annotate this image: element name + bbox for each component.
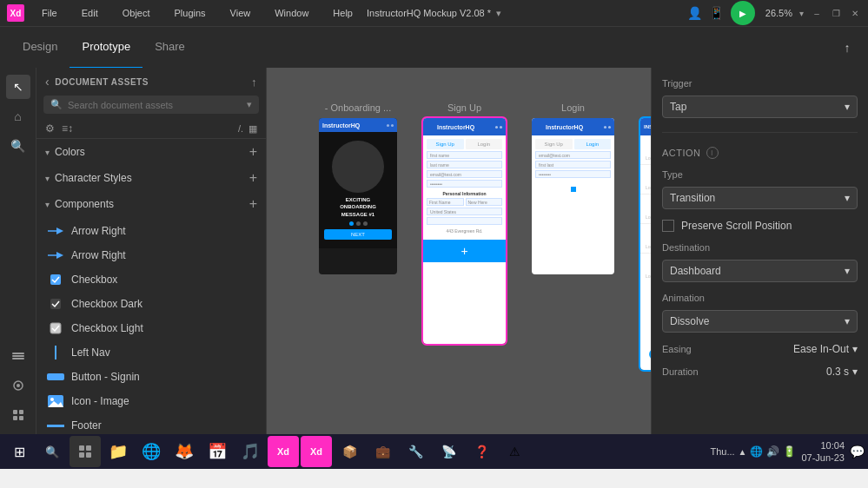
list-item[interactable]: Checkbox Light: [36, 316, 266, 340]
search-dropdown-icon[interactable]: ▾: [247, 99, 252, 110]
title-chevron-icon[interactable]: ▾: [496, 8, 501, 19]
zoom-chevron-icon[interactable]: ▾: [799, 9, 804, 18]
zoom-value[interactable]: 26.5%: [765, 8, 792, 18]
char-styles-add-icon[interactable]: +: [249, 170, 257, 186]
artboard-login[interactable]: InstructorHQ Sign Up Login email@test.co…: [532, 118, 614, 274]
sidebar-select-tool[interactable]: ↖: [6, 75, 30, 99]
tab-share[interactable]: Share: [142, 27, 197, 69]
tab-prototype[interactable]: Prototype: [70, 27, 142, 69]
zip-field[interactable]: [427, 217, 502, 225]
first-name-field-2[interactable]: First Name: [427, 198, 464, 206]
sidebar-layers-icon[interactable]: [6, 344, 30, 368]
taskbar-app-2[interactable]: 💼: [367, 436, 398, 467]
menu-plugins[interactable]: Plugins: [168, 6, 213, 20]
sidebar-plugins-icon[interactable]: [6, 403, 30, 427]
list-item[interactable]: Button - Signin: [36, 365, 266, 389]
animation-select[interactable]: Dissolve: [662, 310, 858, 333]
email-field[interactable]: email@test.com: [427, 170, 502, 178]
signup-tab[interactable]: Sign Up: [427, 139, 464, 149]
taskbar-app-calendar[interactable]: 📅: [202, 436, 233, 467]
taskbar-app-adobe2[interactable]: Xd: [301, 436, 332, 467]
colors-add-icon[interactable]: +: [249, 144, 257, 160]
menu-window[interactable]: Window: [268, 6, 315, 20]
device-icon[interactable]: 📱: [709, 6, 724, 20]
search-input[interactable]: [68, 100, 242, 110]
sidebar-search-icon[interactable]: 🔍: [6, 134, 30, 158]
type-select[interactable]: Transition: [662, 187, 858, 209]
taskbar-app-1[interactable]: 📦: [334, 436, 365, 467]
assets-back-icon[interactable]: ‹: [45, 75, 50, 89]
taskbar-app-firefox[interactable]: 🦊: [169, 436, 200, 467]
taskbar-app-6[interactable]: ⚠: [499, 436, 530, 467]
menu-object[interactable]: Object: [116, 6, 157, 20]
taskbar-app-adobe[interactable]: Xd: [268, 436, 299, 467]
colors-section-header[interactable]: ▾ Colors +: [36, 139, 266, 165]
list-item[interactable]: Left Nav: [36, 340, 266, 365]
grid-view-icon[interactable]: ▦: [248, 123, 257, 135]
menu-file[interactable]: File: [35, 6, 64, 20]
menu-help[interactable]: Help: [326, 6, 360, 20]
taskbar-app-taskview[interactable]: [70, 436, 101, 467]
easing-select[interactable]: Ease In-Out: [793, 343, 858, 355]
login-password[interactable]: ••••••••: [535, 170, 611, 178]
taskbar-network-icon[interactable]: 🌐: [750, 445, 763, 458]
preview-button[interactable]: ▶: [731, 1, 755, 25]
preserve-scroll-checkbox[interactable]: [662, 220, 674, 232]
list-item[interactable]: Checkbox Dark: [36, 292, 266, 316]
first-name-field[interactable]: first name: [427, 151, 502, 159]
menu-edit[interactable]: Edit: [75, 6, 105, 20]
char-styles-section-header[interactable]: ▾ Character Styles +: [36, 165, 266, 191]
menu-view[interactable]: View: [223, 6, 258, 20]
destination-select[interactable]: Dashboard: [662, 260, 858, 282]
sidebar-assets-icon[interactable]: [6, 373, 30, 398]
last-name-field-2[interactable]: New Here: [466, 198, 503, 206]
taskbar-chevron-up-icon[interactable]: ▲: [739, 447, 747, 457]
login-first[interactable]: first last: [535, 161, 611, 168]
action-info-icon[interactable]: i: [706, 147, 719, 159]
trigger-select[interactable]: Tap: [662, 96, 858, 118]
user-icon[interactable]: 👤: [687, 6, 702, 20]
code-view-icon[interactable]: /.: [238, 123, 243, 135]
tab-design[interactable]: Design: [10, 27, 70, 69]
components-add-icon[interactable]: +: [249, 196, 257, 212]
password-field[interactable]: ••••••••: [427, 180, 502, 188]
sort-icon[interactable]: ≡↕: [62, 122, 73, 135]
sidebar-home-icon[interactable]: ⌂: [6, 104, 30, 129]
login-tab[interactable]: Login: [466, 139, 503, 149]
share-icon[interactable]: ↑: [837, 37, 858, 58]
taskbar-app-5[interactable]: ❓: [466, 436, 497, 467]
duration-select[interactable]: 0.3 s: [826, 366, 858, 378]
list-item[interactable]: Icon - Image: [36, 389, 266, 413]
login-tab-2[interactable]: Login: [574, 139, 612, 149]
taskbar-search-button[interactable]: 🔍: [38, 438, 66, 465]
stat-row-4: STATS $4000 Lorem ipsum dolor sit: [640, 224, 651, 254]
taskbar-app-explorer[interactable]: 📁: [103, 436, 134, 467]
last-name-field[interactable]: last name: [427, 161, 502, 168]
taskbar-app-chrome[interactable]: 🌐: [136, 436, 167, 467]
list-item[interactable]: Checkbox: [36, 267, 266, 292]
taskbar-app-media[interactable]: 🎵: [235, 436, 266, 467]
minimize-button[interactable]: –: [811, 7, 823, 19]
components-section-header[interactable]: ▾ Components +: [36, 191, 266, 217]
list-item[interactable]: Footer: [36, 413, 266, 434]
signup-add-button[interactable]: +: [423, 240, 506, 262]
country-field[interactable]: United States: [427, 208, 502, 215]
assets-upload-icon[interactable]: ↑: [251, 76, 257, 89]
artboard-dashboard[interactable]: INSTRUCTOR DASHBOARD STATS $3000 Lorem i…: [640, 118, 651, 370]
taskbar-notification-icon[interactable]: 💬: [850, 445, 865, 458]
maximize-button[interactable]: ❐: [830, 7, 842, 19]
artboard-onboarding[interactable]: InstructorHQ EXCITINGONBOARDINGMESSAGE #…: [319, 118, 397, 274]
taskbar-volume-icon[interactable]: 🔊: [766, 445, 779, 458]
list-item[interactable]: Arrow Right: [36, 219, 266, 243]
next-button[interactable]: NEXT: [324, 229, 392, 240]
taskbar-start-button[interactable]: ⊞: [3, 436, 35, 467]
artboard-signup[interactable]: InstructorHQ Sign Up Login first name la…: [423, 118, 506, 344]
filter-icon[interactable]: ⚙: [45, 122, 55, 135]
taskbar-clock[interactable]: 10:04 07-Jun-23: [801, 439, 845, 465]
login-email[interactable]: email@test.com: [535, 151, 611, 159]
taskbar-app-4[interactable]: 📡: [433, 436, 464, 467]
close-button[interactable]: ✕: [849, 7, 861, 19]
list-item[interactable]: Arrow Right: [36, 243, 266, 267]
taskbar-app-3[interactable]: 🔧: [400, 436, 431, 467]
signup-tab-2[interactable]: Sign Up: [535, 139, 573, 149]
